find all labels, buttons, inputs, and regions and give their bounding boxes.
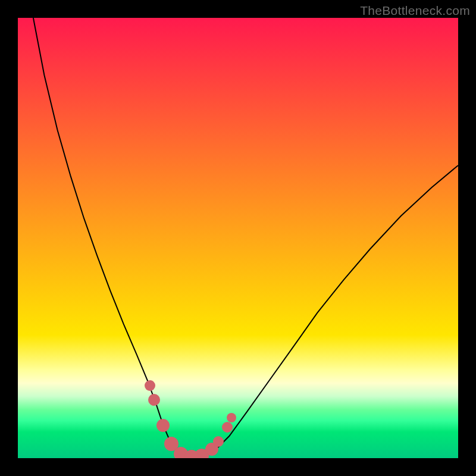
plot-area: [18, 18, 458, 458]
curve-marker: [227, 413, 236, 422]
curve-marker: [156, 419, 170, 432]
curve-marker: [148, 394, 160, 406]
curve-markers: [18, 18, 458, 458]
chart-frame: TheBottleneck.com: [0, 0, 476, 476]
curve-marker: [222, 422, 233, 433]
curve-marker: [145, 380, 155, 391]
watermark-text: TheBottleneck.com: [360, 4, 470, 18]
curve-marker: [213, 436, 224, 447]
